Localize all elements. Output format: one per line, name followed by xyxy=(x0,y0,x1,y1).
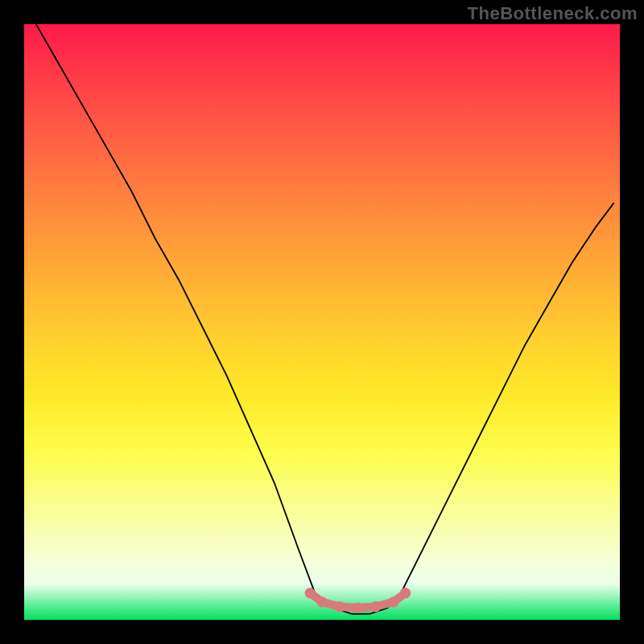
highlight-dot xyxy=(370,601,381,612)
highlight-dot xyxy=(400,588,411,598)
highlight-dot xyxy=(316,597,327,607)
highlight-dot xyxy=(335,601,345,612)
chart-svg xyxy=(24,24,620,620)
chart-highlight-dots xyxy=(305,588,411,613)
highlight-dot xyxy=(353,603,363,613)
highlight-dot xyxy=(305,588,316,598)
highlight-dot xyxy=(388,597,398,607)
chart-curve xyxy=(36,24,614,614)
watermark-text: TheBottleneck.com xyxy=(468,3,638,24)
